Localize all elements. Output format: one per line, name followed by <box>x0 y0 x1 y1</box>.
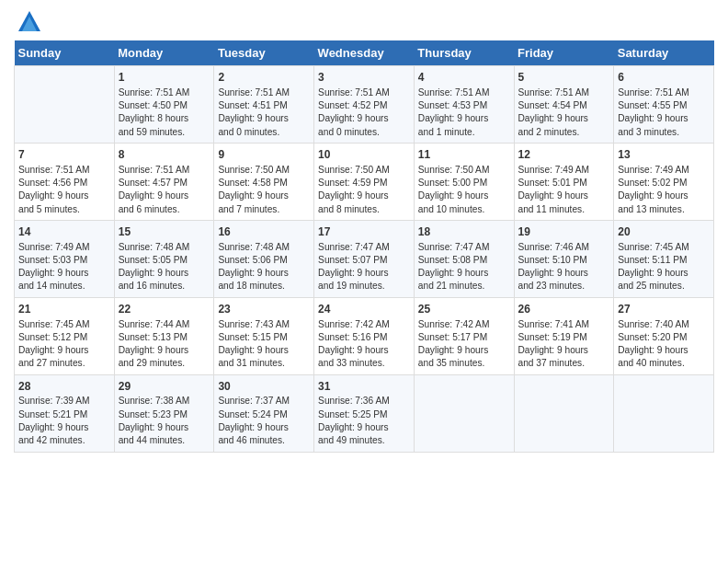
calendar-cell: 21Sunrise: 7:45 AM Sunset: 5:12 PM Dayli… <box>15 297 115 374</box>
calendar-cell: 14Sunrise: 7:49 AM Sunset: 5:03 PM Dayli… <box>15 220 115 297</box>
calendar-cell: 15Sunrise: 7:48 AM Sunset: 5:05 PM Dayli… <box>114 220 214 297</box>
day-number: 3 <box>318 70 410 86</box>
calendar-cell: 5Sunrise: 7:51 AM Sunset: 4:54 PM Daylig… <box>514 66 614 144</box>
calendar-cell: 9Sunrise: 7:50 AM Sunset: 4:58 PM Daylig… <box>214 143 314 220</box>
day-number: 13 <box>618 147 710 163</box>
logo-icon <box>17 9 42 35</box>
calendar-cell: 13Sunrise: 7:49 AM Sunset: 5:02 PM Dayli… <box>614 143 714 220</box>
day-info: Sunrise: 7:44 AM Sunset: 5:13 PM Dayligh… <box>119 318 210 371</box>
day-info: Sunrise: 7:47 AM Sunset: 5:08 PM Dayligh… <box>418 241 510 293</box>
day-number: 28 <box>18 379 110 395</box>
day-number: 20 <box>618 224 710 240</box>
calendar-cell: 12Sunrise: 7:49 AM Sunset: 5:01 PM Dayli… <box>514 143 614 220</box>
header-sunday: Sunday <box>15 40 115 66</box>
day-number: 27 <box>618 302 710 317</box>
header-wednesday: Wednesday <box>314 40 415 66</box>
day-number: 30 <box>218 379 310 395</box>
day-number: 17 <box>318 224 410 240</box>
day-info: Sunrise: 7:51 AM Sunset: 4:56 PM Dayligh… <box>18 164 110 216</box>
day-number: 7 <box>18 147 110 163</box>
day-info: Sunrise: 7:38 AM Sunset: 5:23 PM Dayligh… <box>119 395 210 447</box>
day-info: Sunrise: 7:50 AM Sunset: 4:58 PM Dayligh… <box>218 164 310 216</box>
calendar-cell: 18Sunrise: 7:47 AM Sunset: 5:08 PM Dayli… <box>414 220 514 297</box>
calendar-cell: 2Sunrise: 7:51 AM Sunset: 4:51 PM Daylig… <box>214 66 314 144</box>
day-info: Sunrise: 7:41 AM Sunset: 5:19 PM Dayligh… <box>518 318 610 371</box>
day-number: 15 <box>119 224 210 240</box>
day-number: 8 <box>119 147 210 163</box>
logo <box>14 13 42 35</box>
day-number: 22 <box>119 302 210 317</box>
calendar-cell: 3Sunrise: 7:51 AM Sunset: 4:52 PM Daylig… <box>314 66 415 144</box>
day-number: 21 <box>18 302 110 317</box>
calendar-week-row: 28Sunrise: 7:39 AM Sunset: 5:21 PM Dayli… <box>15 374 714 452</box>
day-info: Sunrise: 7:48 AM Sunset: 5:06 PM Dayligh… <box>218 241 310 293</box>
day-number: 6 <box>618 70 710 86</box>
day-number: 2 <box>218 70 310 86</box>
day-info: Sunrise: 7:40 AM Sunset: 5:20 PM Dayligh… <box>618 318 710 371</box>
day-info: Sunrise: 7:51 AM Sunset: 4:53 PM Dayligh… <box>418 86 510 139</box>
calendar-cell: 10Sunrise: 7:50 AM Sunset: 4:59 PM Dayli… <box>314 143 415 220</box>
day-number: 31 <box>318 379 410 395</box>
calendar-cell: 16Sunrise: 7:48 AM Sunset: 5:06 PM Dayli… <box>214 220 314 297</box>
day-number: 16 <box>218 224 310 240</box>
day-info: Sunrise: 7:39 AM Sunset: 5:21 PM Dayligh… <box>18 395 110 447</box>
calendar-cell: 31Sunrise: 7:36 AM Sunset: 5:25 PM Dayli… <box>314 374 415 452</box>
calendar-cell: 23Sunrise: 7:43 AM Sunset: 5:15 PM Dayli… <box>214 297 314 374</box>
calendar-cell: 30Sunrise: 7:37 AM Sunset: 5:24 PM Dayli… <box>214 374 314 452</box>
calendar-cell: 6Sunrise: 7:51 AM Sunset: 4:55 PM Daylig… <box>614 66 714 144</box>
calendar-cell <box>614 374 714 452</box>
day-info: Sunrise: 7:42 AM Sunset: 5:17 PM Dayligh… <box>418 318 510 371</box>
calendar-cell <box>15 66 115 144</box>
day-number: 25 <box>418 302 510 317</box>
day-info: Sunrise: 7:45 AM Sunset: 5:11 PM Dayligh… <box>618 241 710 293</box>
day-info: Sunrise: 7:48 AM Sunset: 5:05 PM Dayligh… <box>119 241 210 293</box>
calendar-week-row: 7Sunrise: 7:51 AM Sunset: 4:56 PM Daylig… <box>15 143 714 220</box>
header-monday: Monday <box>114 40 214 66</box>
calendar-week-row: 1Sunrise: 7:51 AM Sunset: 4:50 PM Daylig… <box>15 66 714 144</box>
calendar-week-row: 14Sunrise: 7:49 AM Sunset: 5:03 PM Dayli… <box>15 220 714 297</box>
day-info: Sunrise: 7:36 AM Sunset: 5:25 PM Dayligh… <box>318 395 410 447</box>
day-info: Sunrise: 7:51 AM Sunset: 4:57 PM Dayligh… <box>119 164 210 216</box>
day-number: 12 <box>518 147 610 163</box>
day-number: 4 <box>418 70 510 86</box>
calendar-cell: 22Sunrise: 7:44 AM Sunset: 5:13 PM Dayli… <box>114 297 214 374</box>
calendar-cell: 11Sunrise: 7:50 AM Sunset: 5:00 PM Dayli… <box>414 143 514 220</box>
calendar-header-row: SundayMondayTuesdayWednesdayThursdayFrid… <box>15 40 714 66</box>
day-number: 18 <box>418 224 510 240</box>
calendar-cell: 8Sunrise: 7:51 AM Sunset: 4:57 PM Daylig… <box>114 143 214 220</box>
day-info: Sunrise: 7:37 AM Sunset: 5:24 PM Dayligh… <box>218 395 310 447</box>
day-info: Sunrise: 7:42 AM Sunset: 5:16 PM Dayligh… <box>318 318 410 371</box>
header-friday: Friday <box>514 40 614 66</box>
calendar-table: SundayMondayTuesdayWednesdayThursdayFrid… <box>14 40 714 453</box>
calendar-cell: 7Sunrise: 7:51 AM Sunset: 4:56 PM Daylig… <box>15 143 115 220</box>
day-info: Sunrise: 7:45 AM Sunset: 5:12 PM Dayligh… <box>18 318 110 371</box>
calendar-cell: 24Sunrise: 7:42 AM Sunset: 5:16 PM Dayli… <box>314 297 415 374</box>
day-info: Sunrise: 7:49 AM Sunset: 5:03 PM Dayligh… <box>18 241 110 293</box>
day-number: 29 <box>119 379 210 395</box>
day-number: 23 <box>218 302 310 317</box>
page-header <box>14 9 714 35</box>
day-info: Sunrise: 7:51 AM Sunset: 4:51 PM Dayligh… <box>218 86 310 139</box>
calendar-week-row: 21Sunrise: 7:45 AM Sunset: 5:12 PM Dayli… <box>15 297 714 374</box>
calendar-cell: 20Sunrise: 7:45 AM Sunset: 5:11 PM Dayli… <box>614 220 714 297</box>
day-number: 26 <box>518 302 610 317</box>
calendar-cell: 29Sunrise: 7:38 AM Sunset: 5:23 PM Dayli… <box>114 374 214 452</box>
day-info: Sunrise: 7:47 AM Sunset: 5:07 PM Dayligh… <box>318 241 410 293</box>
calendar-cell: 19Sunrise: 7:46 AM Sunset: 5:10 PM Dayli… <box>514 220 614 297</box>
day-info: Sunrise: 7:50 AM Sunset: 4:59 PM Dayligh… <box>318 164 410 216</box>
day-number: 19 <box>518 224 610 240</box>
day-number: 11 <box>418 147 510 163</box>
header-tuesday: Tuesday <box>214 40 314 66</box>
calendar-cell: 4Sunrise: 7:51 AM Sunset: 4:53 PM Daylig… <box>414 66 514 144</box>
calendar-cell: 25Sunrise: 7:42 AM Sunset: 5:17 PM Dayli… <box>414 297 514 374</box>
calendar-cell: 27Sunrise: 7:40 AM Sunset: 5:20 PM Dayli… <box>614 297 714 374</box>
header-saturday: Saturday <box>614 40 714 66</box>
day-info: Sunrise: 7:49 AM Sunset: 5:01 PM Dayligh… <box>518 164 610 216</box>
day-info: Sunrise: 7:51 AM Sunset: 4:52 PM Dayligh… <box>318 86 410 139</box>
day-info: Sunrise: 7:50 AM Sunset: 5:00 PM Dayligh… <box>418 164 510 216</box>
day-info: Sunrise: 7:51 AM Sunset: 4:55 PM Dayligh… <box>618 86 710 139</box>
header-thursday: Thursday <box>414 40 514 66</box>
calendar-cell: 17Sunrise: 7:47 AM Sunset: 5:07 PM Dayli… <box>314 220 415 297</box>
day-number: 5 <box>518 70 610 86</box>
day-number: 14 <box>18 224 110 240</box>
